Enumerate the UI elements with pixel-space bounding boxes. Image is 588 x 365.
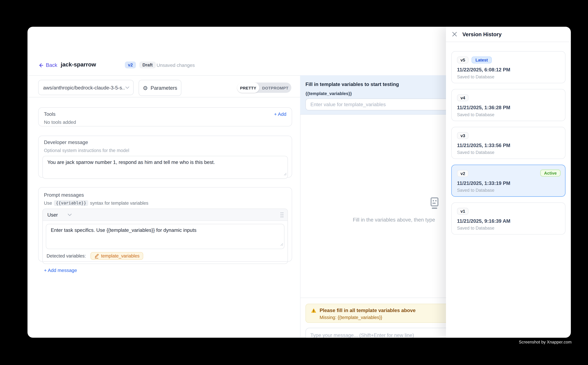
tools-card: Tools + Add No tools added	[38, 107, 292, 126]
view-mode-toggle: PRETTY DOTPROMPT	[237, 83, 291, 93]
active-badge: Active	[540, 170, 560, 176]
version-card-v5[interactable]: v5 Latest 11/22/2025, 6:08:12 PM Saved t…	[451, 51, 565, 83]
back-label: Back	[46, 62, 57, 68]
developer-message-title: Developer message	[44, 140, 288, 145]
version-number-badge: v3	[457, 132, 469, 139]
version-subtitle: Saved to Database	[457, 150, 560, 155]
back-button[interactable]: Back	[38, 62, 57, 68]
version-card-v3[interactable]: v3 11/21/2025, 1:33:56 PM Saved to Datab…	[451, 127, 565, 159]
toggle-option-pretty[interactable]: PRETTY	[237, 83, 259, 93]
version-history-title: Version History	[462, 31, 502, 37]
chevron-down-icon	[68, 213, 72, 216]
version-number-badge: v1	[457, 208, 469, 215]
watermark-text: Screenshot by Xnapper.com	[519, 340, 572, 344]
tools-title: Tools	[44, 111, 55, 117]
developer-message-subtitle: Optional system instructions for the mod…	[44, 148, 288, 153]
detected-variables-label: Detected variables:	[47, 253, 86, 259]
version-history-panel: Version History v5 Latest 11/22/2025, 6:…	[446, 27, 571, 338]
variable-syntax-chip: {{variable}}	[54, 200, 88, 206]
role-select[interactable]: User	[47, 212, 72, 218]
syntax-hint: Use {{variable}} syntax for template var…	[44, 200, 288, 206]
version-card-v1[interactable]: v1 11/21/2025, 9:16:39 AM Saved to Datab…	[451, 203, 565, 234]
close-icon[interactable]	[452, 32, 457, 37]
message-header: User	[43, 209, 287, 221]
version-number-badge: v4	[457, 94, 469, 101]
version-card-v2[interactable]: Active v2 11/21/2025, 1:33:19 PM Saved t…	[451, 165, 565, 197]
prompt-messages-title: Prompt messages	[44, 192, 288, 198]
resize-handle-icon[interactable]	[280, 241, 283, 247]
version-timestamp: 11/21/2025, 9:16:39 AM	[457, 218, 560, 224]
pencil-icon	[94, 253, 99, 259]
version-card-v4[interactable]: v4 11/21/2025, 1:36:28 PM Saved to Datab…	[451, 89, 565, 121]
latest-badge: Latest	[472, 56, 492, 63]
prompt-message-textarea[interactable]: Enter task specifics. Use {{template_var…	[46, 224, 284, 249]
toggle-option-dotprompt[interactable]: DOTPROMPT	[259, 83, 291, 93]
arrow-left-icon	[38, 63, 44, 68]
status-badge: Draft	[139, 62, 156, 68]
tools-empty-text: No tools added	[44, 119, 286, 125]
version-timestamp: 11/21/2025, 1:33:56 PM	[457, 142, 560, 148]
version-number-badge: v5	[457, 56, 469, 63]
syntax-suffix: syntax for template variables	[90, 200, 148, 206]
prompt-message-block: User Enter task specifics. Use {{templat…	[42, 209, 288, 264]
version-list: v5 Latest 11/22/2025, 6:08:12 PM Saved t…	[446, 42, 571, 337]
unsaved-changes-text: Unsaved changes	[157, 63, 195, 68]
banner-title: Fill in template variables to start test…	[305, 81, 399, 87]
column-divider	[300, 75, 301, 338]
model-select[interactable]: aws/anthropic/bedrock-claude-3-5-s...	[38, 80, 134, 95]
screenshot-stage: Back jack-sparrow v2 Draft Unsaved chang…	[0, 0, 588, 365]
empty-state-text: Fill in the variables above, then type	[353, 217, 435, 223]
warning-icon	[311, 308, 317, 315]
detected-variable-chip[interactable]: template_variables	[90, 252, 143, 260]
warning-missing-text: Missing: {{template_variables}}	[319, 315, 382, 320]
version-timestamp: 11/21/2025, 1:33:19 PM	[457, 180, 560, 186]
warning-title: Please fill in all template variables ab…	[319, 308, 415, 313]
prompt-messages-card: Prompt messages Use {{variable}} syntax …	[38, 187, 292, 262]
version-history-header: Version History	[446, 27, 571, 42]
syntax-prefix: Use	[44, 200, 52, 206]
page-title: jack-sparrow	[61, 61, 96, 68]
add-tool-button[interactable]: + Add	[274, 111, 286, 117]
version-subtitle: Saved to Database	[457, 112, 560, 117]
drag-handle-icon[interactable]	[280, 212, 284, 218]
version-subtitle: Saved to Database	[457, 74, 560, 79]
developer-message-textarea[interactable]: You are jack sparrow number 1, respond a…	[42, 156, 288, 179]
version-badge: v2	[125, 62, 136, 68]
bot-face-icon	[429, 197, 440, 211]
parameters-button[interactable]: ⚙ Parameters	[138, 80, 181, 96]
model-select-value: aws/anthropic/bedrock-claude-3-5-s...	[43, 85, 125, 90]
detected-variable-name: template_variables	[101, 253, 139, 259]
parameters-label: Parameters	[151, 85, 177, 91]
toolbar-divider	[28, 97, 300, 98]
resize-handle-icon[interactable]	[284, 170, 287, 177]
version-number-badge: v2	[457, 170, 469, 177]
version-timestamp: 11/22/2025, 6:08:12 PM	[457, 67, 560, 73]
gear-icon: ⚙	[143, 85, 148, 91]
chevron-down-icon	[125, 86, 129, 89]
version-timestamp: 11/21/2025, 1:36:28 PM	[457, 105, 560, 110]
version-subtitle: Saved to Database	[457, 188, 560, 193]
role-select-value: User	[47, 212, 58, 218]
detected-variables-row: Detected variables: template_variables	[46, 249, 284, 260]
developer-message-card: Developer message Optional system instru…	[38, 136, 292, 178]
version-subtitle: Saved to Database	[457, 226, 560, 230]
add-message-button[interactable]: + Add message	[44, 268, 77, 273]
template-variable-label: {{template_variables}}	[305, 91, 352, 96]
